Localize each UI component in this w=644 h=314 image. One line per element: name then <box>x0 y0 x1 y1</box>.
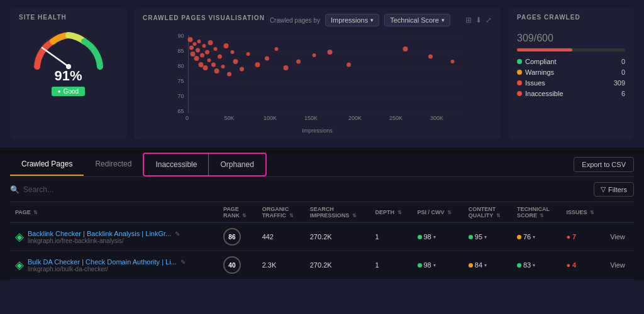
content-val-0: 95 <box>475 233 482 241</box>
legend-issues: Issues 309 <box>517 79 625 87</box>
cell-psi-0: 98 ▾ <box>413 223 464 251</box>
site-health-title: SITE HEALTH <box>19 14 118 21</box>
legend-list: Compliant 0 Warnings 0 Issues 309 Inacce… <box>517 58 625 97</box>
impressions-dropdown[interactable]: Impressions <box>325 14 379 26</box>
crawl-vis-panel: CRAWLED PAGES VISUALISATION Crawled page… <box>134 8 501 140</box>
svg-point-44 <box>233 59 238 64</box>
cell-rank-0: 86 <box>218 223 257 251</box>
legend-inaccessible: Inaccessible 6 <box>517 90 625 97</box>
svg-point-57 <box>451 60 455 63</box>
technical-val-1: 83 <box>523 261 531 269</box>
cell-action-1[interactable]: View <box>605 251 634 279</box>
cell-impressions-1: 270.2K <box>305 251 370 279</box>
svg-point-39 <box>218 55 222 59</box>
svg-point-31 <box>203 44 206 48</box>
search-input[interactable] <box>23 185 149 194</box>
tab-highlighted-group: Inaccessible Orphaned <box>143 153 266 176</box>
svg-point-41 <box>224 43 229 48</box>
page-icon-0: ◈ <box>15 230 24 244</box>
scatter-chart: 90 85 80 75 70 65 0 50K 100K 150K <box>143 30 492 134</box>
svg-text:200K: 200K <box>348 115 362 121</box>
cell-content-1: 84 ▾ <box>464 251 512 279</box>
crawled-total: /600 <box>534 33 553 43</box>
export-csv-button[interactable]: Export to CSV <box>574 157 634 172</box>
svg-point-25 <box>193 42 197 46</box>
svg-text:50K: 50K <box>224 115 234 121</box>
col-rank: PAGERANK ⇅ <box>218 202 257 223</box>
table-row: ◈ Backlink Checker | Backlink Analysis |… <box>10 223 634 251</box>
divider <box>0 148 644 153</box>
technical-score-dropdown[interactable]: Technical Score <box>384 14 450 26</box>
svg-text:85: 85 <box>178 48 184 54</box>
cell-rank-1: 40 <box>218 251 257 279</box>
bottom-section: Crawled Pages Redirected Inaccessible Or… <box>0 153 644 279</box>
view-link-0[interactable]: View <box>610 233 625 241</box>
svg-point-23 <box>189 46 194 50</box>
svg-text:150K: 150K <box>304 115 318 121</box>
external-icon-1: ✎ <box>180 259 186 266</box>
filter-icon: ▽ <box>601 185 606 193</box>
crawl-vis-title: CRAWLED PAGES VISUALISATION <box>143 14 265 21</box>
svg-text:70: 70 <box>178 93 184 99</box>
psi-dot-1 <box>418 263 422 268</box>
svg-text:90: 90 <box>178 33 184 39</box>
svg-point-55 <box>403 46 408 51</box>
psi-trend-1: ▾ <box>433 263 436 268</box>
tab-orphaned[interactable]: Orphaned <box>209 154 265 175</box>
search-icon: 🔍 <box>10 185 19 194</box>
svg-text:65: 65 <box>178 108 184 114</box>
col-technical: TECHNICALSCORE ⇅ <box>512 202 561 223</box>
technical-dot-1 <box>517 263 521 268</box>
content-trend-1: ▾ <box>484 263 487 268</box>
cell-content-0: 95 ▾ <box>464 223 512 251</box>
grid-icon[interactable]: ⊞ <box>465 16 472 24</box>
download-icon[interactable]: ⬇ <box>475 16 482 24</box>
filters-button[interactable]: ▽ Filters <box>594 182 634 197</box>
col-impressions: SEARCHIMPRESSIONS ⇅ <box>305 202 370 223</box>
crawl-vis-subtitle: Crawled pages by <box>270 17 320 24</box>
svg-point-48 <box>265 57 269 61</box>
cell-action-0[interactable]: View <box>605 223 634 251</box>
data-table: PAGE ⇅ PAGERANK ⇅ ORGANICTRAFFIC ⇅ SEARC… <box>10 202 634 279</box>
technical-val-0: 76 <box>523 233 531 241</box>
legend-compliant: Compliant 0 <box>517 58 625 65</box>
page-title-1[interactable]: Bulk DA Checker | Check Domain Authority… <box>28 258 186 266</box>
rank-circle-1: 40 <box>223 256 241 274</box>
page-title-0[interactable]: Backlink Checker | Backlink Analysis | L… <box>28 230 180 237</box>
tab-crawled-pages[interactable]: Crawled Pages <box>10 153 84 176</box>
svg-point-46 <box>247 52 250 56</box>
progress-bar-bg <box>517 48 625 51</box>
view-link-1[interactable]: View <box>610 261 625 269</box>
gauge-container: 91% Good <box>19 26 118 96</box>
svg-point-47 <box>255 62 260 67</box>
svg-point-54 <box>347 63 351 67</box>
psi-dot-0 <box>418 235 422 239</box>
technical-dot-0 <box>517 235 521 239</box>
col-page: PAGE ⇅ <box>10 202 218 223</box>
gauge-svg <box>31 26 106 73</box>
svg-point-36 <box>211 63 216 67</box>
crawl-vis-header-left: CRAWLED PAGES VISUALISATION Crawled page… <box>143 14 450 26</box>
site-health-panel: SITE HEALTH 91% Good <box>10 8 126 140</box>
svg-text:250K: 250K <box>389 115 402 121</box>
svg-point-30 <box>200 53 204 58</box>
svg-point-52 <box>313 53 316 57</box>
filters-label: Filters <box>608 186 627 193</box>
content-trend-0: ▾ <box>484 234 487 240</box>
crawled-number: 309 <box>517 33 534 43</box>
cell-technical-1: 83 ▾ <box>512 251 561 279</box>
cell-issues-1: ● 4 <box>561 251 605 279</box>
cell-technical-0: 76 ▾ <box>512 223 561 251</box>
cell-depth-0: 1 <box>370 223 413 251</box>
tab-inaccessible[interactable]: Inaccessible <box>144 154 209 175</box>
col-traffic: ORGANICTRAFFIC ⇅ <box>257 202 305 223</box>
tab-redirected[interactable]: Redirected <box>84 153 143 176</box>
cell-psi-1: 98 ▾ <box>413 251 464 279</box>
chart-svg: 90 85 80 75 70 65 0 50K 100K 150K <box>143 30 492 124</box>
svg-point-45 <box>240 67 244 72</box>
share-icon[interactable]: ⤢ <box>486 16 492 24</box>
table-row: ◈ Bulk DA Checker | Check Domain Authori… <box>10 251 634 279</box>
page-icon-1: ◈ <box>15 258 24 272</box>
cell-page-0: ◈ Backlink Checker | Backlink Analysis |… <box>10 223 218 251</box>
svg-text:0: 0 <box>186 115 189 121</box>
